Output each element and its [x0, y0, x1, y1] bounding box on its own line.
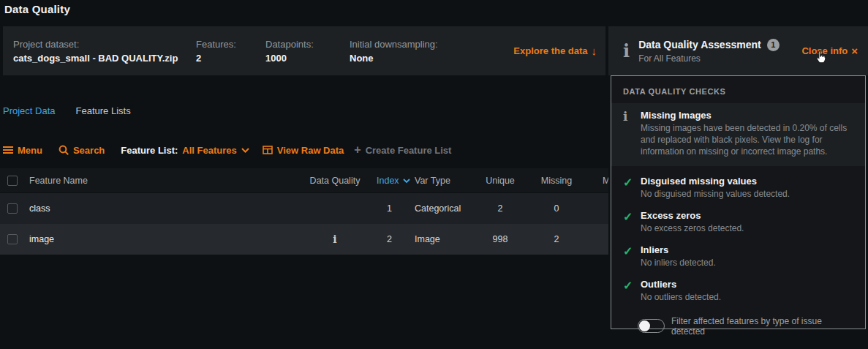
col-var-type[interactable]: Var Type	[415, 176, 450, 186]
check-icon: ✓	[623, 176, 633, 189]
feature-list-dropdown[interactable]: All Features	[182, 145, 249, 156]
data-quality-info-icon[interactable]: i	[333, 234, 336, 244]
stat-value: 2	[196, 53, 265, 64]
close-icon: ×	[851, 45, 858, 57]
stat-project-dataset: Project dataset: cats_dogs_small - BAD Q…	[13, 39, 196, 64]
check-description: Missing images have been detected in 0.2…	[641, 123, 853, 157]
page-title: Data Quality	[4, 3, 70, 15]
assessment-text: Data Quality Assessment 1 For All Featur…	[638, 39, 780, 64]
select-all-checkbox[interactable]	[7, 176, 18, 186]
table-header-row: Feature Name Data Quality Index Var Type…	[0, 168, 608, 192]
index-cell: 2	[387, 234, 392, 244]
create-feature-list-label: Create Feature List	[366, 145, 452, 156]
check-item-inliers: ✓ Inliers No inliers detected.	[611, 244, 865, 269]
feature-list-label: Feature List:	[121, 145, 178, 156]
tab-feature-lists[interactable]: Feature Lists	[76, 105, 131, 116]
features-table: Feature Name Data Quality Index Var Type…	[0, 168, 608, 255]
explore-the-data-link[interactable]: Explore the data ↓	[513, 45, 597, 57]
check-icon: ✓	[623, 279, 633, 292]
view-raw-data-button[interactable]: View Raw Data	[263, 145, 344, 156]
stat-label: Datapoints:	[265, 39, 350, 50]
check-item-missing-images: i Missing Images Missing images have bee…	[611, 103, 865, 166]
popup-heading: DATA QUALITY CHECKS	[623, 87, 853, 96]
assessment-subtitle: For All Features	[638, 53, 780, 64]
check-description: No disguised missing values detected.	[641, 189, 853, 200]
check-icon: ✓	[623, 211, 633, 223]
assessment-header: i Data Quality Assessment 1 For All Feat…	[608, 26, 868, 75]
check-item-excess-zeros: ✓ Excess zeros No excess zeros detected.	[611, 210, 865, 235]
tab-project-data[interactable]: Project Data	[3, 105, 56, 116]
chevron-down-icon	[241, 148, 249, 153]
check-title: Missing Images	[641, 110, 853, 121]
search-label: Search	[73, 145, 105, 156]
missing-cell: 0	[554, 203, 559, 214]
missing-cell: 2	[554, 234, 559, 244]
stat-downsampling: Initial downsampling: None	[350, 39, 503, 64]
check-description: No inliers detected.	[641, 258, 853, 269]
row-checkbox[interactable]	[7, 203, 18, 214]
data-quality-page: Data Quality Project dataset: cats_dogs_…	[0, 0, 868, 349]
table-row-image[interactable]: image i 2 Image 998 2	[0, 224, 608, 255]
tabs: Project Data Feature Lists	[3, 105, 131, 116]
arrow-down-icon: ↓	[592, 45, 597, 57]
filter-toggle-switch[interactable]	[638, 319, 665, 333]
check-title: Excess zeros	[641, 210, 853, 221]
index-cell: 1	[387, 203, 392, 214]
stat-label: Initial downsampling:	[350, 39, 503, 50]
create-feature-list-button[interactable]: + Create Feature List	[354, 143, 451, 157]
stat-label: Features:	[196, 39, 265, 50]
assessment-title: Data Quality Assessment	[638, 39, 761, 50]
menu-icon	[3, 146, 13, 154]
col-missing[interactable]: Missing	[541, 176, 572, 186]
search-button[interactable]: Search	[59, 145, 105, 156]
check-title: Disguised missing values	[641, 176, 853, 187]
stat-value: 1000	[265, 53, 350, 64]
dataset-header: Project dataset: cats_dogs_small - BAD Q…	[3, 26, 605, 75]
toggle-knob	[639, 320, 650, 331]
stat-features: Features: 2	[196, 39, 265, 64]
check-title: Inliers	[641, 244, 853, 255]
info-icon: i	[623, 109, 627, 124]
close-info-label: Close info	[801, 45, 848, 56]
var-type-cell: Image	[415, 234, 440, 244]
col-feature-name[interactable]: Feature Name	[29, 176, 88, 186]
check-item-disguised-missing: ✓ Disguised missing values No disguised …	[611, 176, 865, 200]
table-row-class[interactable]: class 1 Categorical 2 0	[0, 193, 608, 224]
explore-label: Explore the data	[513, 45, 587, 56]
feature-list-value: All Features	[182, 145, 236, 156]
unique-cell: 2	[498, 203, 503, 214]
info-icon: i	[623, 42, 630, 60]
feature-name-cell: image	[29, 234, 54, 244]
menu-button[interactable]: Menu	[3, 145, 42, 156]
filter-toggle-label: Filter affected features by type of issu…	[671, 316, 853, 337]
row-checkbox[interactable]	[7, 234, 18, 244]
stat-value: None	[350, 53, 503, 64]
col-clipped: M	[603, 176, 608, 186]
view-raw-data-label: View Raw Data	[277, 145, 344, 156]
check-item-outliers: ✓ Outliers No outliers detected.	[611, 279, 865, 304]
check-icon: ✓	[623, 245, 633, 258]
check-title: Outliers	[641, 279, 853, 290]
close-info-button[interactable]: Close info ×	[801, 45, 858, 57]
unique-cell: 998	[493, 234, 508, 244]
col-unique[interactable]: Unique	[486, 176, 515, 186]
col-data-quality[interactable]: Data Quality	[310, 176, 361, 186]
sort-chevron-down-icon	[403, 179, 410, 183]
check-description: No outliers detected.	[641, 292, 853, 304]
col-index-label: Index	[377, 176, 399, 186]
toolbar: Menu Search Feature List: All Features V…	[3, 143, 451, 157]
var-type-cell: Categorical	[415, 203, 461, 214]
search-icon	[59, 145, 69, 155]
plus-icon: +	[354, 143, 361, 157]
filter-toggle-row: Filter affected features by type of issu…	[638, 316, 853, 337]
stat-datapoints: Datapoints: 1000	[265, 39, 350, 64]
menu-label: Menu	[18, 145, 42, 156]
stat-label: Project dataset:	[13, 39, 196, 50]
col-index-sorted[interactable]: Index	[377, 176, 410, 186]
feature-name-cell: class	[29, 203, 50, 214]
issue-count-badge: 1	[767, 39, 780, 51]
check-description: No excess zeros detected.	[641, 223, 853, 235]
table-grid-icon	[263, 146, 273, 154]
stat-value: cats_dogs_small - BAD QUALITY.zip	[13, 53, 196, 64]
data-quality-checks-popup: DATA QUALITY CHECKS i Missing Images Mis…	[611, 75, 866, 329]
